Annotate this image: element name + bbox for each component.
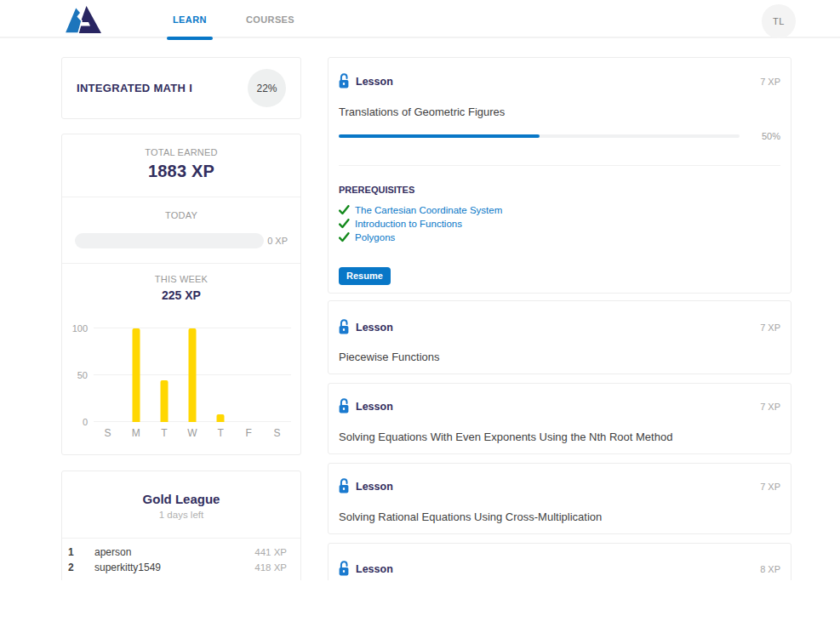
week-chart: 050100 SMTWTFS: [94, 328, 291, 439]
league-row: 2 superkitty1549 418 XP: [68, 560, 287, 575]
chart-day-label: W: [178, 427, 206, 439]
lesson-card[interactable]: Lesson 7 XP Translations of Geometric Fi…: [328, 57, 791, 294]
league-rank: 1: [68, 546, 94, 558]
lesson-type-label: Lesson: [356, 401, 393, 413]
league-card: Gold League 1 days left 1 aperson 441 XP…: [61, 470, 301, 580]
total-earned-value: 1883 XP: [75, 161, 288, 182]
total-earned-section: TOTAL EARNED 1883 XP: [62, 134, 300, 197]
today-section: TODAY 0 XP: [62, 197, 300, 264]
week-chart-plot: 050100: [94, 328, 291, 422]
unlocked-lock-icon: [339, 319, 349, 334]
prerequisite-link[interactable]: Polygons: [355, 232, 395, 242]
chart-day-label: T: [150, 427, 178, 439]
unlocked-lock-icon: [339, 398, 349, 413]
check-icon: [339, 232, 350, 242]
lesson-title: Piecewise Functions: [339, 350, 780, 364]
page: LEARN COURSES TL INTEGRATED MATH I 22% T…: [0, 0, 840, 633]
lesson-card[interactable]: Lesson 7 XP Piecewise Functions: [328, 300, 791, 374]
lesson-progress-bar: [339, 134, 740, 138]
league-rank: 2: [68, 562, 94, 573]
chart-day-label: F: [235, 427, 263, 439]
today-xp-value: 0 XP: [267, 236, 288, 246]
league-header: Gold League 1 days left: [62, 471, 300, 539]
header: LEARN COURSES TL: [0, 0, 840, 38]
lesson-card[interactable]: Lesson 7 XP Solving Rational Equations U…: [328, 463, 791, 534]
lesson-list: Lesson 7 XP Translations of Geometric Fi…: [328, 57, 791, 580]
chart-day-label: M: [122, 427, 150, 439]
avatar[interactable]: TL: [762, 4, 796, 38]
lesson-title: Translations of Geometric Figures: [339, 105, 780, 119]
content: INTEGRATED MATH I 22% TOTAL EARNED 1883 …: [0, 38, 840, 580]
lesson-card[interactable]: Lesson 8 XP: [328, 543, 791, 580]
lesson-card[interactable]: Lesson 7 XP Solving Equations With Even …: [328, 383, 791, 454]
league-player-xp: 441 XP: [254, 547, 287, 557]
league-title: Gold League: [75, 492, 288, 507]
lesson-xp: 7 XP: [760, 322, 780, 333]
course-progress-badge: 22%: [248, 69, 286, 107]
league-player-name: aperson: [94, 546, 254, 558]
resume-button[interactable]: Resume: [339, 267, 391, 285]
tab-courses[interactable]: COURSES: [240, 0, 300, 38]
course-name: INTEGRATED MATH I: [77, 82, 192, 94]
lesson-type-label: Lesson: [356, 322, 393, 334]
unlocked-lock-icon: [339, 561, 349, 576]
lesson-xp: 8 XP: [760, 564, 780, 574]
chart-day-label: T: [207, 427, 235, 439]
chart-bar: [160, 380, 168, 423]
lesson-type-label: Lesson: [356, 563, 393, 575]
chart-bar: [217, 414, 225, 422]
chart-ytick-label: 100: [62, 323, 88, 334]
chart-ytick-label: 50: [62, 370, 88, 380]
sidebar: INTEGRATED MATH I 22% TOTAL EARNED 1883 …: [61, 57, 301, 580]
lesson-title: Solving Equations With Even Exponents Us…: [339, 430, 780, 444]
chart-bar: [188, 328, 196, 422]
chart-day-label: S: [94, 427, 122, 439]
app-logo[interactable]: [64, 5, 103, 34]
chart-day-label: S: [263, 427, 291, 439]
league-row: 1 aperson 441 XP: [68, 545, 287, 560]
today-label: TODAY: [75, 210, 288, 221]
tab-learn-label: LEARN: [173, 14, 207, 25]
league-leaderboard: 1 aperson 441 XP 2 superkitty1549 418 XP: [62, 539, 300, 575]
week-label: THIS WEEK: [62, 274, 300, 285]
prerequisites-label: PREREQUISITES: [339, 185, 780, 196]
chart-ytick-label: 0: [62, 417, 88, 427]
lesson-type-label: Lesson: [356, 481, 393, 493]
prerequisite-link[interactable]: The Cartesian Coordinate System: [355, 205, 502, 215]
chart-bar: [132, 328, 140, 422]
total-earned-label: TOTAL EARNED: [75, 147, 288, 158]
tab-courses-label: COURSES: [246, 14, 294, 25]
lesson-type-label: Lesson: [356, 76, 393, 88]
tab-learn[interactable]: LEARN: [167, 0, 213, 38]
today-progress-bar: [75, 233, 264, 248]
league-subtitle: 1 days left: [75, 509, 288, 521]
lesson-xp: 7 XP: [760, 482, 780, 492]
nav-tabs: LEARN COURSES: [167, 0, 300, 38]
check-icon: [339, 219, 350, 229]
check-icon: [339, 205, 350, 215]
week-value: 225 XP: [62, 288, 300, 303]
prerequisite-link[interactable]: Introduction to Functions: [355, 219, 462, 229]
course-card[interactable]: INTEGRATED MATH I 22%: [61, 57, 301, 119]
unlocked-lock-icon: [339, 478, 349, 493]
lesson-xp: 7 XP: [760, 77, 780, 87]
stats-card: TOTAL EARNED 1883 XP TODAY 0 XP THIS WEE…: [61, 134, 301, 455]
week-chart-days: SMTWTFS: [94, 427, 291, 439]
lesson-progress-pct: 50%: [750, 131, 780, 141]
week-section: THIS WEEK 225 XP 050100 SMTWTFS: [62, 264, 300, 454]
league-player-name: superkitty1549: [94, 562, 254, 573]
league-player-xp: 418 XP: [254, 562, 287, 573]
lesson-title: Solving Rational Equations Using Cross-M…: [339, 510, 780, 524]
lesson-xp: 7 XP: [760, 402, 780, 412]
unlocked-lock-icon: [339, 73, 349, 88]
